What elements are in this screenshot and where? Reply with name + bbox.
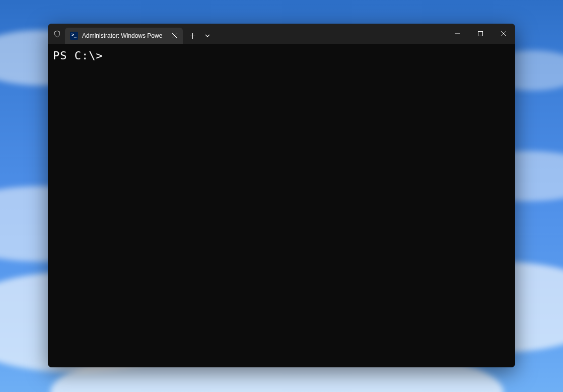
- titlebar-drag-area[interactable]: [215, 24, 446, 44]
- tab-dropdown-button[interactable]: [200, 28, 215, 44]
- new-tab-button[interactable]: [185, 28, 200, 44]
- minimize-button[interactable]: [446, 24, 469, 44]
- cursor: [110, 50, 116, 62]
- tab-title: Administrator: Windows Powe: [82, 32, 167, 39]
- terminal-window: Administrator: Windows Powe: [48, 24, 515, 367]
- shield-icon: [53, 30, 61, 38]
- window-controls: [446, 24, 515, 44]
- close-button[interactable]: [492, 24, 515, 44]
- prompt-text: PS C:\>: [53, 49, 110, 62]
- admin-shield-area: [48, 24, 65, 44]
- terminal-body[interactable]: PS C:\>: [48, 44, 515, 367]
- maximize-button[interactable]: [469, 24, 492, 44]
- titlebar[interactable]: Administrator: Windows Powe: [48, 24, 515, 44]
- svg-rect-5: [478, 32, 483, 36]
- tab-close-button[interactable]: [171, 32, 179, 40]
- powershell-icon: [70, 32, 78, 40]
- tab-powershell[interactable]: Administrator: Windows Powe: [65, 28, 183, 44]
- tab-actions: [183, 24, 215, 44]
